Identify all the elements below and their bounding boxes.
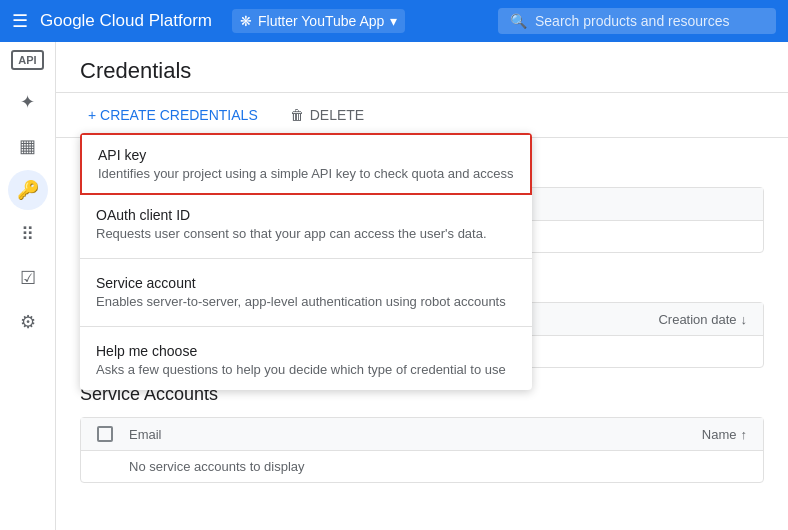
sidebar-item-check[interactable]: ☑ bbox=[8, 258, 48, 298]
dropdown-item-help[interactable]: Help me choose Asks a few questions to h… bbox=[80, 331, 532, 390]
dropdown-item-oauth[interactable]: OAuth client ID Requests user consent so… bbox=[80, 195, 532, 254]
main-layout: API ✦ ▦ 🔑 ⠿ ☑ ⚙ Credentials + CREATE CRE… bbox=[0, 42, 788, 530]
service-accounts-table-header: Email Name ↑ bbox=[81, 418, 763, 451]
oauth-title: OAuth client ID bbox=[96, 207, 516, 223]
delete-label: DELETE bbox=[310, 107, 364, 123]
service-account-title: Service account bbox=[96, 275, 516, 291]
help-desc: Asks a few questions to help you decide … bbox=[96, 362, 516, 377]
oauth-date-header[interactable]: Creation date ↓ bbox=[658, 312, 747, 327]
search-icon: 🔍 bbox=[510, 13, 527, 29]
sidebar-item-keys[interactable]: 🔑 bbox=[8, 170, 48, 210]
api-key-desc: Identifies your project using a simple A… bbox=[98, 166, 514, 181]
service-accounts-email-header: Email bbox=[129, 427, 690, 442]
service-accounts-select-all-checkbox[interactable] bbox=[97, 426, 113, 442]
sort-arrow-icon: ↓ bbox=[741, 312, 748, 327]
dropdown-item-service-account[interactable]: Service account Enables server-to-server… bbox=[80, 263, 532, 322]
service-accounts-section: Service Accounts Email Name ↑ No service… bbox=[56, 384, 788, 499]
page-title: Credentials bbox=[80, 58, 191, 84]
project-name: Flutter YouTube App bbox=[258, 13, 384, 29]
dropdown-divider-2 bbox=[80, 326, 532, 327]
project-selector[interactable]: ❋ Flutter YouTube App ▾ bbox=[232, 9, 405, 33]
dropdown-item-api-key[interactable]: API key Identifies your project using a … bbox=[80, 133, 532, 195]
delete-icon: 🗑 bbox=[290, 107, 304, 123]
delete-button[interactable]: 🗑 DELETE bbox=[282, 101, 372, 129]
sort-up-arrow-icon: ↑ bbox=[741, 427, 748, 442]
create-credentials-button[interactable]: + CREATE CREDENTIALS bbox=[80, 101, 266, 129]
sidebar-item-dashboard[interactable]: ▦ bbox=[8, 126, 48, 166]
sidebar-item-settings[interactable]: ⚙ bbox=[8, 302, 48, 342]
search-bar[interactable]: 🔍 Search products and resources bbox=[498, 8, 776, 34]
service-accounts-table: Email Name ↑ No service accounts to disp… bbox=[80, 417, 764, 483]
dropdown-divider bbox=[80, 258, 532, 259]
sidebar-item-dots[interactable]: ⠿ bbox=[8, 214, 48, 254]
oauth-desc: Requests user consent so that your app c… bbox=[96, 226, 516, 241]
service-accounts-name-header[interactable]: Name ↑ bbox=[702, 427, 747, 442]
oauth-date-label: Creation date bbox=[658, 312, 736, 327]
service-accounts-name-label: Name bbox=[702, 427, 737, 442]
api-badge[interactable]: API bbox=[11, 50, 43, 70]
page-content: Credentials + CREATE CREDENTIALS 🗑 DELET… bbox=[56, 42, 788, 530]
api-key-title: API key bbox=[98, 147, 514, 163]
project-chevron-icon: ▾ bbox=[390, 13, 397, 29]
search-placeholder: Search products and resources bbox=[535, 13, 730, 29]
project-icon: ❋ bbox=[240, 13, 252, 29]
service-accounts-empty-message: No service accounts to display bbox=[129, 459, 305, 474]
top-navigation: ☰ Google Cloud Platform ❋ Flutter YouTub… bbox=[0, 0, 788, 42]
help-title: Help me choose bbox=[96, 343, 516, 359]
app-logo: Google Cloud Platform bbox=[40, 11, 212, 31]
sidebar-item-home[interactable]: ✦ bbox=[8, 82, 48, 122]
service-accounts-empty-row: No service accounts to display bbox=[81, 451, 763, 482]
service-account-desc: Enables server-to-server, app-level auth… bbox=[96, 294, 516, 309]
hamburger-icon[interactable]: ☰ bbox=[12, 10, 28, 32]
toolbar: + CREATE CREDENTIALS 🗑 DELETE API key Id… bbox=[56, 93, 788, 138]
create-credentials-dropdown: API key Identifies your project using a … bbox=[80, 133, 532, 390]
page-header: Credentials bbox=[56, 42, 788, 93]
sidebar: API ✦ ▦ 🔑 ⠿ ☑ ⚙ bbox=[0, 42, 56, 530]
